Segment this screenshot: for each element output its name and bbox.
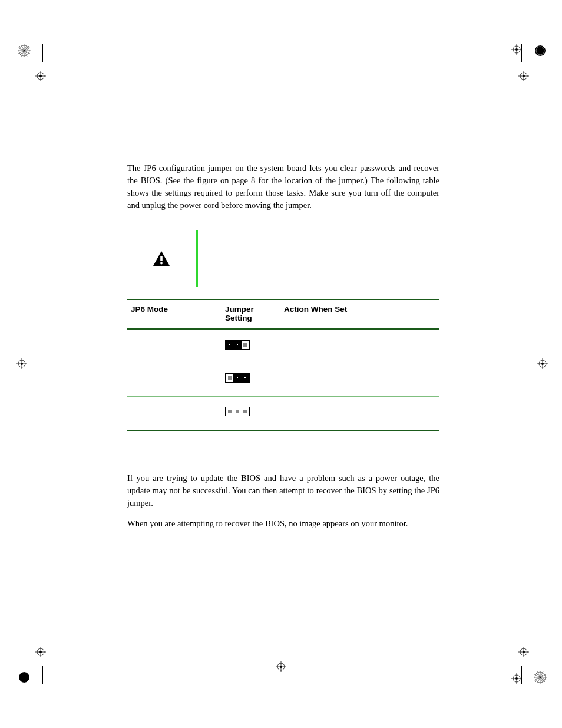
reg-mark-tr bbox=[518, 71, 529, 81]
crop-mark bbox=[42, 44, 43, 62]
crop-mark bbox=[18, 651, 35, 651]
svg-point-18 bbox=[523, 75, 525, 77]
crop-mark bbox=[529, 651, 547, 651]
reg-mark-bl bbox=[35, 647, 46, 657]
crop-mark bbox=[529, 77, 547, 77]
recover-paragraph-2: When you are attempting to recover the B… bbox=[127, 518, 439, 530]
crop-mark bbox=[42, 666, 43, 684]
svg-point-48 bbox=[523, 651, 525, 653]
radial-mark-bl bbox=[18, 671, 31, 684]
reg-mark-tl bbox=[35, 71, 46, 81]
mode-cell bbox=[127, 330, 222, 363]
setting-cell bbox=[222, 397, 280, 430]
table-header-action: Action When Set bbox=[280, 300, 439, 328]
radial-mark-tr bbox=[534, 44, 547, 57]
crop-mark bbox=[18, 77, 35, 77]
recover-paragraph-1: If you are trying to update the BIOS and… bbox=[127, 472, 439, 509]
svg-point-31 bbox=[19, 672, 29, 683]
jumper-diagram-2-3 bbox=[225, 373, 250, 383]
caution-block bbox=[127, 230, 439, 287]
table-row bbox=[127, 363, 439, 396]
svg-point-26 bbox=[21, 363, 23, 365]
svg-point-58 bbox=[160, 262, 163, 265]
svg-rect-57 bbox=[160, 256, 163, 261]
warning-icon bbox=[153, 251, 170, 267]
jumper-diagram-none bbox=[225, 407, 250, 416]
table-row bbox=[127, 330, 439, 363]
reg-mark-tr2 bbox=[511, 44, 522, 55]
setting-cell bbox=[222, 330, 280, 363]
svg-point-13 bbox=[535, 45, 546, 56]
action-cell bbox=[280, 397, 439, 430]
mode-cell bbox=[127, 397, 222, 430]
svg-point-12 bbox=[39, 75, 42, 77]
reg-mark-bc bbox=[276, 661, 286, 672]
reg-mark-ml bbox=[16, 358, 27, 369]
radial-mark-tl bbox=[18, 44, 31, 57]
intro-paragraph: The JP6 configuration jumper on the syst… bbox=[127, 162, 439, 212]
lower-text: If you are trying to update the BIOS and… bbox=[127, 472, 439, 530]
radial-mark-br bbox=[534, 671, 547, 684]
action-cell bbox=[280, 363, 439, 396]
jumper-diagram-1-2 bbox=[225, 340, 250, 350]
table-header-setting: Jumper Setting bbox=[222, 300, 280, 328]
svg-point-52 bbox=[515, 677, 518, 680]
jumper-table: JP6 Mode Jumper Setting Action When Set bbox=[127, 299, 439, 431]
svg-point-56 bbox=[280, 666, 282, 668]
table-header-mode: JP6 Mode bbox=[127, 300, 222, 328]
reg-mark-br bbox=[518, 647, 529, 657]
table-row bbox=[127, 397, 439, 430]
reg-mark-br2 bbox=[511, 673, 522, 684]
svg-point-22 bbox=[515, 48, 518, 51]
reg-mark-mr bbox=[537, 358, 548, 369]
mode-cell bbox=[127, 363, 222, 396]
svg-point-35 bbox=[39, 651, 42, 653]
caution-rule bbox=[196, 230, 198, 287]
page-content: The JP6 configuration jumper on the syst… bbox=[127, 162, 439, 538]
svg-point-30 bbox=[541, 363, 544, 365]
setting-cell bbox=[222, 363, 280, 396]
action-cell bbox=[280, 330, 439, 363]
